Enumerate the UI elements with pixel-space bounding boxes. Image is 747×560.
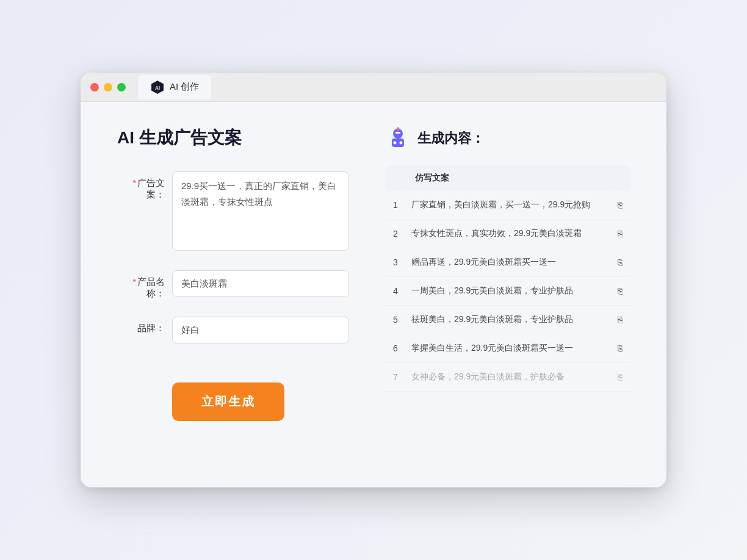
ad-copy-required: * (132, 178, 136, 188)
row-copy-text: 祛斑美白，29.9元美白淡斑霜，专业护肤品 (405, 306, 610, 334)
right-panel: 生成内容： 仿写文案 1厂家直销，美白淡斑霜，买一送一，29.9元抢购⎘2专抹女… (386, 126, 630, 456)
row-copy-text: 掌握美白生活，29.9元美白淡斑霜买一送一 (405, 334, 610, 363)
ad-copy-input-wrap (172, 171, 349, 253)
row-number: 6 (386, 334, 405, 363)
table-row: 5祛斑美白，29.9元美白淡斑霜，专业护肤品⎘ (386, 306, 630, 334)
table-row: 2专抹女性斑点，真实功效，29.9元美白淡斑霜⎘ (386, 220, 630, 248)
table-row: 6掌握美白生活，29.9元美白淡斑霜买一送一⎘ (386, 334, 630, 363)
row-number: 3 (386, 248, 405, 277)
product-name-required: * (132, 276, 136, 287)
table-row: 4一周美白，29.9元美白淡斑霜，专业护肤品⎘ (386, 277, 630, 306)
table-row: 3赠品再送，29.9元美白淡斑霜买一送一⎘ (386, 248, 630, 277)
row-number: 7 (386, 363, 405, 392)
row-copy-text: 女神必备，29.9元美白淡斑霜，护肤必备 (405, 363, 610, 392)
brand-label: 品牌： (117, 317, 172, 334)
row-copy-text: 一周美白，29.9元美白淡斑霜，专业护肤品 (405, 277, 610, 306)
brand-group: 品牌： (117, 317, 349, 343)
svg-rect-8 (395, 132, 400, 134)
ad-copy-label: *广告文案： (117, 171, 172, 201)
result-table: 仿写文案 1厂家直销，美白淡斑霜，买一送一，29.9元抢购⎘2专抹女性斑点，真实… (386, 165, 630, 392)
svg-point-4 (394, 142, 397, 145)
left-panel: AI 生成广告文案 *广告文案： *产品名称： (117, 126, 349, 456)
row-number: 1 (386, 191, 405, 220)
svg-point-9 (397, 127, 400, 131)
traffic-lights (90, 83, 126, 92)
table-row: 1厂家直销，美白淡斑霜，买一送一，29.9元抢购⎘ (386, 191, 630, 220)
ad-copy-group: *广告文案： (117, 171, 349, 253)
row-number: 4 (386, 277, 405, 306)
svg-text:AI: AI (155, 85, 160, 90)
row-copy-text: 专抹女性斑点，真实功效，29.9元美白淡斑霜 (405, 220, 610, 248)
maximize-button[interactable] (117, 83, 126, 92)
titlebar: AI AI 创作 (81, 73, 666, 102)
col-copy-header: 仿写文案 (405, 165, 610, 191)
close-button[interactable] (90, 83, 99, 92)
product-name-label: *产品名称： (117, 270, 172, 300)
product-name-input-wrap (172, 270, 349, 297)
copy-button[interactable]: ⎘ (610, 191, 630, 220)
tab-ai-create[interactable]: AI AI 创作 (138, 75, 211, 99)
row-copy-text: 赠品再送，29.9元美白淡斑霜买一送一 (405, 248, 610, 277)
generate-button[interactable]: 立即生成 (172, 382, 284, 421)
browser-window: AI AI 创作 AI 生成广告文案 *广告文案： *产品名称： (81, 73, 666, 487)
tab-label: AI 创作 (170, 81, 199, 93)
copy-button[interactable]: ⎘ (610, 334, 630, 363)
page-title: AI 生成广告文案 (117, 126, 349, 149)
row-copy-text: 厂家直销，美白淡斑霜，买一送一，29.9元抢购 (405, 191, 610, 220)
main-content: AI 生成广告文案 *广告文案： *产品名称： (81, 102, 666, 480)
robot-icon (386, 126, 410, 151)
result-title: 生成内容： (417, 129, 485, 148)
minimize-button[interactable] (104, 83, 112, 92)
ad-copy-textarea[interactable] (172, 171, 349, 251)
brand-input[interactable] (172, 317, 349, 343)
row-number: 5 (386, 306, 405, 334)
ai-tab-icon: AI (150, 80, 165, 95)
table-row: 7女神必备，29.9元美白淡斑霜，护肤必备⎘ (386, 363, 630, 392)
product-name-group: *产品名称： (117, 270, 349, 300)
copy-button[interactable]: ⎘ (610, 306, 630, 334)
product-name-input[interactable] (172, 270, 349, 297)
brand-input-wrap (172, 317, 349, 343)
copy-button[interactable]: ⎘ (610, 248, 630, 277)
col-num-header (386, 165, 405, 191)
col-action-header (610, 165, 630, 191)
svg-point-5 (400, 142, 403, 145)
result-header: 生成内容： (386, 126, 630, 151)
copy-button[interactable]: ⎘ (610, 220, 630, 248)
row-number: 2 (386, 220, 405, 248)
copy-button[interactable]: ⎘ (610, 363, 630, 392)
copy-button[interactable]: ⎘ (610, 277, 630, 306)
